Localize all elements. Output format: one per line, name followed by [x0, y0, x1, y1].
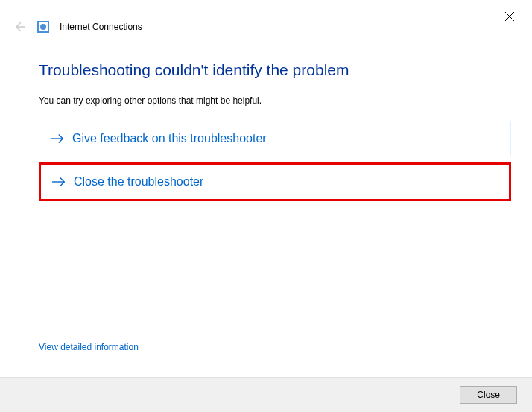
dialog-footer: Close — [0, 377, 532, 412]
window-close-button[interactable] — [502, 9, 517, 24]
option-close-troubleshooter[interactable]: Close the troubleshooter — [39, 162, 511, 201]
subtitle-text: You can try exploring other options that… — [39, 95, 511, 106]
option-label: Give feedback on this troubleshooter — [72, 132, 267, 145]
view-detailed-link[interactable]: View detailed information — [39, 342, 139, 352]
arrow-right-icon — [51, 176, 66, 188]
dialog-header: Internet Connections — [0, 0, 532, 34]
option-give-feedback[interactable]: Give feedback on this troubleshooter — [39, 121, 511, 156]
main-heading: Troubleshooting couldn't identify the pr… — [39, 61, 511, 79]
dialog-content: Troubleshooting couldn't identify the pr… — [0, 34, 532, 201]
close-icon — [504, 11, 515, 22]
close-button[interactable]: Close — [460, 386, 517, 404]
back-arrow-icon — [13, 21, 25, 33]
dialog-title: Internet Connections — [60, 22, 142, 32]
options-list: Give feedback on this troubleshooter Clo… — [39, 121, 511, 201]
svg-point-4 — [40, 24, 46, 30]
back-button[interactable] — [12, 19, 27, 34]
option-label: Close the troubleshooter — [74, 175, 203, 188]
arrow-right-icon — [50, 133, 65, 145]
troubleshooter-icon — [37, 21, 49, 33]
